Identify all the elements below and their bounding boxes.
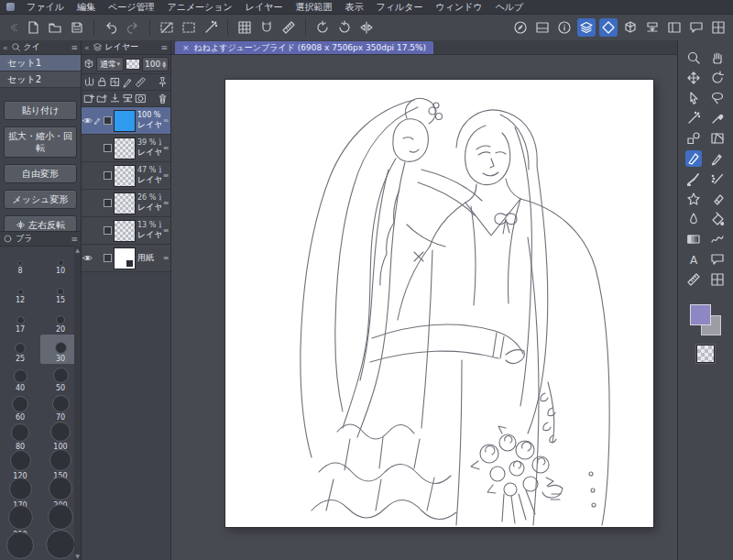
main-color-swatch[interactable] bbox=[690, 304, 711, 325]
layer-checkbox[interactable] bbox=[104, 199, 112, 207]
texta-tool-icon[interactable]: A bbox=[685, 251, 702, 268]
layer-checkbox[interactable] bbox=[104, 116, 112, 125]
paste-button[interactable]: 貼り付け bbox=[4, 101, 77, 120]
set-reference-icon[interactable] bbox=[157, 76, 169, 88]
visibility-eye-slot[interactable] bbox=[82, 143, 93, 153]
layer-row-layer2[interactable]: 26 % 通 レイヤー 2 ≡ bbox=[82, 190, 170, 217]
new-folder-icon[interactable] bbox=[96, 93, 108, 104]
layer-opacity-input[interactable]: 100 ▲▼ bbox=[142, 57, 169, 71]
brush-size-400[interactable]: 400 bbox=[0, 540, 40, 560]
blend-mode-dropdown[interactable]: 通常 ▾ bbox=[96, 57, 124, 71]
brush-size-12[interactable]: 12 bbox=[0, 276, 40, 305]
scale-rotate-button[interactable]: 拡大・縮小・回転 bbox=[4, 126, 77, 158]
rotate-tool-icon[interactable] bbox=[709, 70, 726, 86]
cursor-tool-icon[interactable] bbox=[685, 90, 702, 106]
mesh-transform-button[interactable]: メッシュ変形 bbox=[4, 190, 77, 209]
menu-selection[interactable]: 選択範囲 bbox=[290, 0, 339, 14]
ruler-tool-icon[interactable] bbox=[685, 271, 702, 288]
squiggle-tool-icon[interactable] bbox=[709, 231, 726, 247]
frame-tool-icon[interactable] bbox=[709, 130, 726, 147]
panel-color-icon[interactable] bbox=[621, 18, 640, 37]
layer-menu-icon[interactable]: ≡ bbox=[161, 116, 170, 125]
select-area-icon[interactable] bbox=[180, 18, 198, 37]
layer-menu-icon[interactable]: ≡ bbox=[161, 199, 170, 207]
clip-to-layer-icon[interactable] bbox=[83, 76, 95, 88]
snap-ruler-icon[interactable] bbox=[257, 18, 276, 37]
collapse-panel-icon[interactable]: « bbox=[84, 43, 90, 52]
panel-balloon-icon[interactable] bbox=[687, 18, 706, 37]
layer-checkbox[interactable] bbox=[104, 254, 112, 262]
grid-toggle-icon[interactable] bbox=[235, 18, 254, 37]
pen-tool-icon[interactable] bbox=[685, 150, 702, 167]
menu-help[interactable]: ヘルプ bbox=[489, 0, 531, 14]
visibility-eye-icon[interactable] bbox=[82, 253, 93, 263]
delete-layer-icon[interactable] bbox=[157, 93, 169, 104]
rotate-canvas-right-icon[interactable] bbox=[335, 18, 354, 37]
transfer-down-icon[interactable] bbox=[109, 93, 121, 104]
drawing-canvas[interactable] bbox=[225, 80, 653, 527]
menu-page-manage[interactable]: ページ管理 bbox=[102, 0, 160, 14]
new-document-icon[interactable] bbox=[24, 18, 42, 37]
free-transform-button[interactable]: 自由変形 bbox=[4, 164, 77, 183]
zoom-tool-icon[interactable] bbox=[685, 49, 702, 66]
layer-row-layer3[interactable]: 39 % 通 レイヤー 3 ≡ bbox=[82, 135, 170, 162]
paper-thumbnail[interactable] bbox=[114, 247, 136, 269]
layer-menu-icon[interactable]: ≡ bbox=[161, 144, 170, 152]
brush-size-8[interactable]: 8 bbox=[0, 247, 40, 276]
star-tool-icon[interactable] bbox=[685, 191, 702, 207]
flip-canvas-icon[interactable] bbox=[357, 18, 376, 37]
grad-tool-icon[interactable] bbox=[685, 231, 702, 247]
rotate-canvas-left-icon[interactable] bbox=[313, 18, 332, 37]
close-document-icon[interactable]: × bbox=[182, 43, 190, 52]
brush-size-25[interactable]: 25 bbox=[0, 335, 40, 364]
deselect-icon[interactable] bbox=[158, 18, 176, 37]
layer-menu-icon[interactable]: ≡ bbox=[161, 254, 170, 262]
draft-layer-icon[interactable] bbox=[122, 76, 134, 88]
quick-panel-menu-icon[interactable]: ≡ bbox=[71, 43, 78, 52]
brush-panel-scrollbar[interactable]: ▲ ▼ bbox=[74, 246, 81, 560]
scroll-down-icon[interactable]: ▼ bbox=[75, 553, 80, 559]
brush-size-80[interactable]: 80 bbox=[0, 423, 40, 452]
layer-menu-icon[interactable]: ≡ bbox=[161, 226, 170, 235]
wand-tool-icon[interactable] bbox=[685, 110, 702, 126]
panel-navigator-icon[interactable] bbox=[511, 18, 530, 37]
menu-view[interactable]: 表示 bbox=[339, 0, 370, 14]
lock-alpha-icon[interactable] bbox=[109, 76, 121, 88]
brush-size-17[interactable]: 17 bbox=[0, 305, 40, 335]
brush-size-40[interactable]: 40 bbox=[0, 364, 40, 393]
figure-tool-icon[interactable] bbox=[685, 130, 702, 147]
workspace-menu-icon[interactable] bbox=[709, 18, 728, 37]
layer-thumbnail[interactable] bbox=[114, 220, 136, 242]
panel-tool-property-icon[interactable] bbox=[665, 18, 684, 37]
visibility-eye-slot[interactable] bbox=[82, 225, 93, 236]
menu-filter[interactable]: フィルター bbox=[370, 0, 430, 14]
layer-row-layer1[interactable]: 13 % 通常 レイヤー 1 ≡ bbox=[82, 217, 170, 245]
ruler-layer-icon[interactable] bbox=[135, 76, 147, 88]
collapse-panel-icon[interactable]: « bbox=[3, 43, 8, 52]
lock-layer-icon[interactable] bbox=[96, 76, 108, 88]
menu-animation[interactable]: アニメーション bbox=[160, 0, 238, 14]
layer-checkbox[interactable] bbox=[104, 171, 112, 180]
document-tab[interactable]: × ねねよすジューンブライド (6908 x 7506px 350dpi 17.… bbox=[175, 41, 433, 54]
layer-mask-icon[interactable] bbox=[135, 93, 147, 104]
undo-icon[interactable] bbox=[102, 18, 120, 37]
layer-row-layer5[interactable]: 100 % 通 レイヤー 5 ≡ bbox=[82, 107, 170, 135]
invert-selection-icon[interactable] bbox=[202, 18, 220, 37]
layer-menu-icon[interactable]: ≡ bbox=[161, 171, 170, 180]
hand-tool-icon[interactable] bbox=[709, 49, 726, 66]
quick-set-tab-1[interactable]: セット1 bbox=[0, 55, 81, 71]
visibility-eye-slot[interactable] bbox=[82, 198, 93, 208]
panel-subview-icon[interactable] bbox=[533, 18, 552, 37]
pencil-tool-icon[interactable] bbox=[709, 150, 726, 167]
open-file-icon[interactable] bbox=[46, 18, 64, 37]
layer-thumbnail[interactable] bbox=[114, 192, 136, 214]
drop-tool-icon[interactable] bbox=[685, 211, 702, 227]
move-tool-icon[interactable] bbox=[685, 70, 702, 86]
redo-icon[interactable] bbox=[124, 18, 142, 37]
lasso-tool-icon[interactable] bbox=[709, 90, 726, 106]
merge-down-icon[interactable] bbox=[122, 93, 134, 104]
collapse-toolbar-icon[interactable] bbox=[5, 20, 20, 35]
new-layer-icon[interactable] bbox=[83, 93, 95, 104]
brush-size-60[interactable]: 60 bbox=[0, 393, 40, 423]
balloon-tool-icon[interactable] bbox=[709, 251, 726, 268]
